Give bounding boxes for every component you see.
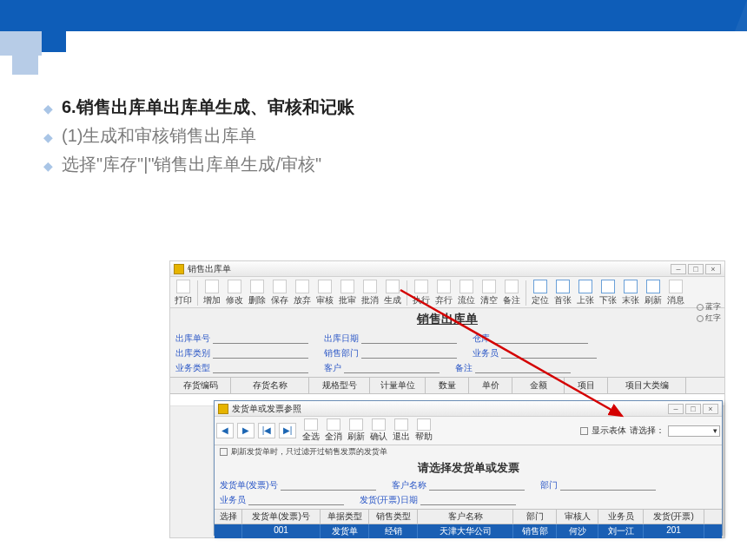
toolbar-确认[interactable]: 确认 [367,418,390,443]
text-input[interactable] [213,333,308,344]
toolbar-修改[interactable]: 修改 [223,279,246,307]
toolbar-保存[interactable]: 保存 [268,279,291,307]
toolbar-流位[interactable]: 流位 [455,279,478,307]
toolbar-清空[interactable]: 清空 [478,279,500,307]
text-input[interactable] [213,348,308,359]
column-header[interactable]: 审核人 [557,510,598,524]
text-input[interactable] [492,333,588,344]
nav-first-icon[interactable]: |◀ [258,423,275,438]
toolbar-退出[interactable]: 退出 [390,418,413,443]
document-title: 销售出库单 [170,312,724,327]
maximize-button[interactable]: □ [685,404,701,414]
radio-label: 蓝字 [705,301,721,313]
radio-blue[interactable] [697,304,704,311]
text-input[interactable] [248,495,344,505]
text-input[interactable] [560,480,656,491]
close-button[interactable]: × [703,404,718,414]
column-header[interactable]: 项目大类编 [608,378,686,393]
text-input[interactable] [501,348,597,359]
text-input[interactable] [475,363,571,373]
text-input[interactable] [420,495,516,505]
checkbox-label: 显示表体 [592,425,626,437]
field-label: 客户名称 [392,479,426,491]
toolbar-打印[interactable]: 打印 [172,279,195,307]
toolbar-下张[interactable]: 下张 [597,279,619,307]
toolbar-审核[interactable]: 审核 [314,279,336,307]
toolbar-label: 批消 [361,294,379,306]
table-row[interactable]: 001发货单经销天津大华公司销售部何沙刘一江201 [215,524,722,538]
toolbar-刷新[interactable]: 刷新 [345,418,367,443]
toolbar-弃行[interactable]: 弃行 [433,279,455,307]
toolbar-label: 执行 [413,294,430,306]
toolbar-删除[interactable]: 删除 [246,279,268,307]
toolbar-定位[interactable]: 定位 [529,279,552,307]
toolbar-消息[interactable]: 消息 [664,279,687,307]
column-header[interactable]: 项目 [565,378,608,393]
column-header[interactable]: 单据类型 [321,510,369,524]
text-input[interactable] [281,480,376,491]
window-titlebar[interactable]: 销售出库单 – □ × [170,261,724,277]
window-title: 发货单或发票参照 [232,403,301,415]
column-header[interactable]: 存货名称 [231,378,309,393]
maximize-button[interactable]: □ [688,264,704,274]
toolbar-刷新[interactable]: 刷新 [642,279,664,307]
slide-title: 6.销售出库单出库单生成、审核和记账 [62,96,354,119]
toolbar-增加[interactable]: 增加 [201,279,223,307]
column-header[interactable]: 客户名称 [418,510,513,524]
text-input[interactable] [213,363,308,373]
radio-red[interactable] [697,315,704,322]
column-header[interactable]: 部门 [513,510,557,524]
toolbar-全消[interactable]: 全消 [322,418,345,443]
slide-body: ◆6.销售出库单出库单生成、审核和记账 ◆(1)生成和审核销售出库单 ◆选择"库… [43,96,712,181]
text-input[interactable] [361,333,457,344]
toolbar-icon [372,418,386,431]
nav-last-icon[interactable]: ▶| [279,423,296,438]
text-input[interactable] [429,480,525,491]
column-header[interactable]: 发货单(发票)号 [242,510,321,524]
toolbar-上张[interactable]: 上张 [574,279,597,307]
toolbar-label: 刷新 [347,431,365,443]
toolbar-icon [228,280,241,293]
toolbar-icon [250,280,264,293]
column-header[interactable]: 销售类型 [369,510,418,524]
window-titlebar[interactable]: 发货单或发票参照 – □ × [215,401,722,417]
toolbar-批消[interactable]: 批消 [359,279,381,307]
toolbar-icon [176,280,190,293]
column-header[interactable]: 数量 [426,378,469,393]
column-header[interactable]: 选择 [215,510,242,524]
select-label: 请选择： [630,425,664,437]
toolbar-icon [318,280,332,293]
column-header[interactable]: 存货编码 [170,378,231,393]
window-title: 销售出库单 [188,263,231,275]
toolbar-末张[interactable]: 末张 [619,279,642,307]
toolbar-生成[interactable]: 生成 [381,279,404,307]
toolbar-放弃[interactable]: 放弃 [291,279,314,307]
column-header[interactable]: 单价 [469,378,512,393]
field-label: 客户 [324,362,341,374]
toolbar-备注[interactable]: 备注 [500,279,523,307]
toolbar-帮助[interactable]: 帮助 [413,418,435,443]
toolbar-执行[interactable]: 执行 [410,279,433,307]
select-dropdown[interactable]: ▾ [668,425,720,437]
text-input[interactable] [344,363,440,373]
nav-prev-icon[interactable]: ◀ [216,423,234,438]
minimize-button[interactable]: – [671,264,686,274]
column-header[interactable]: 业务员 [598,510,644,524]
checkbox-show-body[interactable] [580,427,588,435]
nav-next-icon[interactable]: ▶ [237,423,255,438]
checkbox-filter[interactable] [220,448,228,456]
text-input[interactable] [361,348,457,359]
cell: 销售部 [513,524,557,538]
toolbar-首张[interactable]: 首张 [552,279,574,307]
grid-header: 选择发货单(发票)号单据类型销售类型客户名称部门审核人业务员发货(开票) [215,509,722,524]
toolbar-icon [205,280,219,293]
toolbar-批审[interactable]: 批审 [336,279,359,307]
column-header[interactable]: 规格型号 [309,378,370,393]
close-button[interactable]: × [705,264,721,274]
column-header[interactable]: 计量单位 [370,378,426,393]
column-header[interactable]: 金额 [512,378,565,393]
toolbar-全选[interactable]: 全选 [300,418,322,443]
minimize-button[interactable]: – [668,404,684,414]
column-header[interactable]: 发货(开票) [644,510,704,524]
toolbar-label: 弃行 [435,294,453,306]
